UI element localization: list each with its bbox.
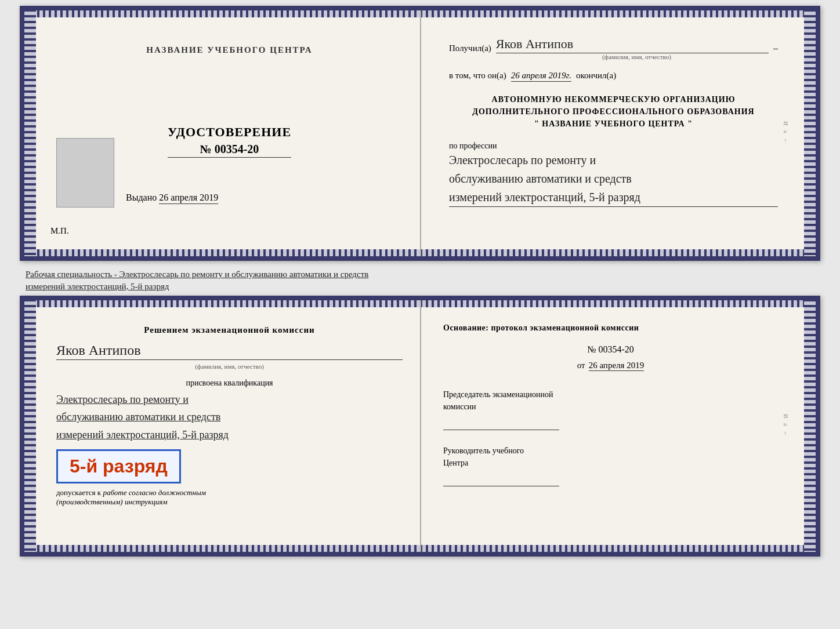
org-line3: " НАЗВАНИЕ УЧЕБНОГО ЦЕНТРА "	[449, 118, 778, 130]
predsedatel-block: Председатель экзаменационной комиссии	[443, 388, 778, 430]
top-left-page: НАЗВАНИЕ УЧЕБНОГО ЦЕНТРА УДОСТОВЕРЕНИЕ №…	[39, 22, 420, 245]
side-text-bottom: И а ←	[783, 414, 790, 438]
cert-number: № 00354-20	[168, 143, 291, 158]
protocol-number-text: № 00354-20	[587, 344, 634, 354]
right-decorative-band-2	[804, 300, 816, 552]
profession-label: по профессии	[449, 141, 778, 151]
person-name-bottom: Яков Антипов	[56, 343, 403, 360]
middle-line1: Рабочая специальность - Электрослесарь п…	[26, 268, 814, 281]
profession-line2: обслуживанию автоматики и средств	[449, 169, 778, 188]
fio-subtitle-top: (фамилия, имя, отчество)	[507, 53, 766, 60]
org-line2: ДОПОЛНИТЕЛЬНОГО ПРОФЕССИОНАЛЬНОГО ОБРАЗО…	[449, 106, 778, 118]
qual-line2: обслуживанию автоматики и средств	[56, 408, 403, 426]
org-line1: АВТОНОМНУЮ НЕКОММЕРЧЕСКУЮ ОРГАНИЗАЦИЮ	[449, 93, 778, 106]
profession-line3: измерений электростанций, 5-й разряд	[449, 188, 778, 206]
rukov-block: Руководитель учебного Центра	[443, 445, 778, 486]
cert-label: УДОСТОВЕРЕНИЕ	[168, 125, 291, 140]
bottom-right-page: Основание: протокол экзаменационной коми…	[420, 312, 801, 540]
допускается-label: допускается к	[56, 488, 101, 497]
profession-text: Электрослесарь по ремонту и обслуживанию…	[449, 151, 778, 207]
top-right-page: Получил(а) Яков Антипов – (фамилия, имя,…	[420, 22, 801, 245]
bottom-document: Решением экзаменационной комиссии Яков А…	[20, 296, 820, 557]
recipient-row: Получил(а) Яков Антипов –	[449, 37, 778, 53]
rukov-signature-line	[443, 475, 559, 486]
issued-row: Выдано 26 апреля 2019	[126, 192, 218, 204]
допускается-row: допускается к работе согласно должностны…	[56, 488, 403, 497]
rukov-label: Руководитель учебного	[443, 445, 778, 457]
qual-line3: измерений электростанций, 5-й разряд	[56, 426, 403, 444]
completed-row: в том, что он(а) 26 апреля 2019г. окончи…	[449, 71, 778, 82]
predsedatel-signature-line	[443, 419, 559, 430]
commission-title: Решением экзаменационной комиссии	[56, 323, 403, 337]
issued-date: 26 апреля 2019	[159, 192, 218, 204]
fio-subtitle-bottom: (фамилия, имя, отчество)	[56, 363, 403, 370]
bottom-left-page: Решением экзаменационной комиссии Яков А…	[39, 312, 420, 540]
right-decorative-band	[804, 10, 816, 256]
completed-label: в том, что он(а)	[449, 71, 506, 81]
rukov-label2: Центра	[443, 457, 778, 469]
left-decorative-band-2	[24, 300, 36, 552]
date-prefix: от	[577, 361, 585, 370]
qual-line1: Электрослесарь по ремонту и	[56, 391, 403, 409]
predsedatel-label: Председатель экзаменационной	[443, 388, 778, 401]
side-text-top: И а ←	[783, 121, 790, 146]
issued-label: Выдано	[126, 192, 157, 203]
recipient-name: Яков Антипов	[496, 37, 769, 53]
recipient-label: Получил(а)	[449, 43, 491, 53]
qualification-label: присвоена квалификация	[56, 379, 403, 388]
qual-text: Электрослесарь по ремонту и обслуживанию…	[56, 391, 403, 444]
completed-suffix: окончил(а)	[576, 71, 616, 81]
org-block: АВТОНОМНУЮ НЕКОММЕРЧЕСКУЮ ОРГАНИЗАЦИЮ ДО…	[449, 93, 778, 130]
completed-date: 26 апреля 2019г.	[511, 71, 571, 82]
dash: –	[773, 43, 778, 53]
left-decorative-band	[24, 10, 36, 256]
protocol-date: 26 апреля 2019	[589, 361, 645, 371]
rank-text: 5-й разряд	[70, 456, 168, 477]
middle-text-block: Рабочая специальность - Электрослесарь п…	[20, 266, 820, 296]
допускается-text2: (производственным) инструкциям	[56, 497, 403, 507]
center-name-top-left: НАЗВАНИЕ УЧЕБНОГО ЦЕНТРА	[146, 45, 312, 55]
osnov-label: Основание: протокол экзаменационной коми…	[443, 323, 778, 333]
top-document: НАЗВАНИЕ УЧЕБНОГО ЦЕНТРА УДОСТОВЕРЕНИЕ №…	[20, 6, 820, 261]
protocol-date-row: от 26 апреля 2019	[443, 361, 778, 371]
rank-badge: 5-й разряд	[56, 449, 181, 483]
middle-line2: измерений электростанций, 5-й разряд	[26, 281, 814, 293]
profession-line1: Электрослесарь по ремонту и	[449, 151, 778, 169]
допускается-text: работе согласно должностным	[103, 488, 206, 497]
photo-placeholder	[56, 138, 114, 208]
predsedatel-label2: комиссии	[443, 401, 778, 413]
protocol-number: № 00354-20	[443, 344, 778, 355]
mp-label: М.П.	[50, 226, 69, 236]
